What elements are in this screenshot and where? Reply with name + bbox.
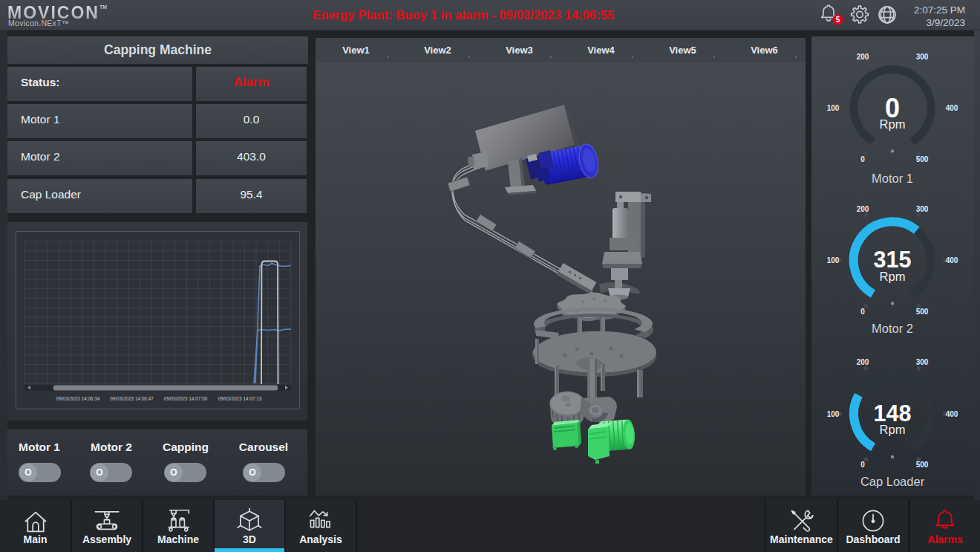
svg-text:09/03/2023 14:07:13: 09/03/2023 14:07:13 (218, 396, 262, 401)
svg-text:0: 0 (860, 155, 865, 163)
svg-text:148: 148 (874, 400, 912, 426)
svg-text:09/03/2023 14:06:47: 09/03/2023 14:06:47 (110, 396, 154, 401)
svg-text:200: 200 (857, 358, 869, 366)
svg-text:400: 400 (946, 104, 958, 112)
svg-text:Motor 1: Motor 1 (872, 172, 913, 185)
svg-text:100: 100 (827, 410, 840, 418)
svg-text:Rpm: Rpm (880, 117, 906, 131)
svg-text:09/03/2023 14:06:34: 09/03/2023 14:06:34 (56, 396, 100, 401)
svg-text:200: 200 (857, 205, 869, 213)
svg-text:0: 0 (860, 308, 865, 316)
svg-text:Rpm: Rpm (880, 423, 906, 436)
svg-text:Motor 2: Motor 2 (872, 322, 913, 335)
svg-text:5: 5 (836, 16, 840, 24)
svg-text:300: 300 (916, 53, 929, 61)
svg-text:0: 0 (860, 461, 865, 469)
svg-text:200: 200 (857, 53, 869, 61)
svg-text:100: 100 (827, 104, 840, 112)
svg-text:Rpm: Rpm (880, 270, 906, 283)
svg-text:500: 500 (916, 155, 929, 163)
svg-text:500: 500 (916, 308, 929, 316)
svg-text:Cap Loader: Cap Loader (860, 475, 925, 488)
svg-text:315: 315 (874, 247, 912, 272)
svg-text:500: 500 (916, 461, 929, 469)
svg-text:300: 300 (916, 205, 929, 213)
svg-text:300: 300 (916, 358, 929, 366)
svg-text:09/03/2023 14:07:00: 09/03/2023 14:07:00 (164, 396, 208, 401)
svg-text:400: 400 (946, 410, 958, 418)
svg-text:100: 100 (827, 256, 840, 264)
svg-text:400: 400 (946, 256, 958, 264)
